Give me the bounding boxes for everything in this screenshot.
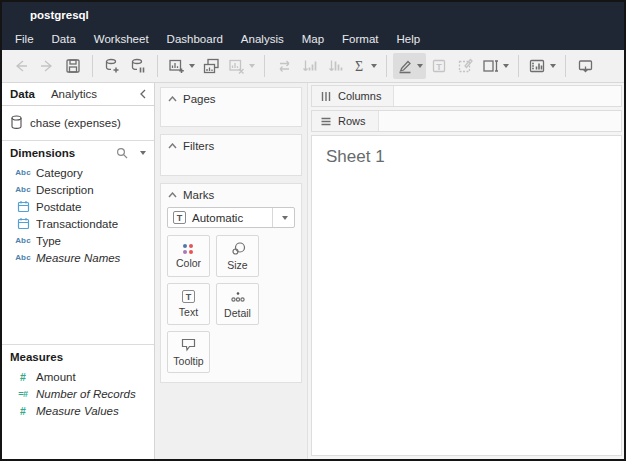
mark-type-dropdown[interactable]: T Automatic — [167, 207, 295, 228]
text-mark-icon: T — [173, 211, 186, 224]
text-button[interactable]: T Text — [167, 283, 210, 325]
collapse-pane-icon[interactable] — [132, 89, 154, 99]
abc-icon: Abc — [10, 253, 36, 262]
toolbar: Σ T — [2, 50, 624, 83]
calendar-icon — [10, 200, 36, 213]
pane-spacer — [2, 266, 154, 344]
collapse-chevron-icon[interactable] — [168, 143, 177, 149]
filters-card[interactable]: Filters — [160, 134, 302, 176]
data-pane-tabs: Data Analytics — [2, 83, 154, 106]
worksheet-area: Columns Rows Sheet 1 — [308, 83, 624, 459]
annotate-icon[interactable] — [452, 53, 478, 79]
color-label: Color — [176, 257, 201, 269]
clear-sheet-icon[interactable] — [224, 53, 258, 79]
show-mark-labels-icon[interactable]: T — [426, 53, 452, 79]
highlight-icon[interactable] — [393, 53, 426, 79]
field-number-of-records[interactable]: =# Number of Records — [2, 385, 154, 402]
rows-shelf[interactable]: Rows — [311, 110, 622, 132]
field-measure-names[interactable]: Abc Measure Names — [2, 249, 154, 266]
menu-file[interactable]: File — [6, 27, 43, 50]
field-measure-values[interactable]: # Measure Values — [2, 402, 154, 419]
menu-worksheet[interactable]: Worksheet — [85, 27, 158, 50]
menu-data[interactable]: Data — [43, 27, 85, 50]
menu-dashboard[interactable]: Dashboard — [158, 27, 232, 50]
tableau-window: postgresql File Data Worksheet Dashboard… — [0, 0, 626, 461]
menu-map[interactable]: Map — [293, 27, 333, 50]
text-mark-icon: T — [182, 290, 195, 303]
toolbar-divider — [518, 55, 519, 77]
swap-rows-columns-icon[interactable] — [271, 53, 297, 79]
duplicate-sheet-icon[interactable] — [198, 53, 224, 79]
tooltip-button[interactable]: Tooltip — [167, 331, 210, 373]
datasource-item[interactable]: chase (expenses) — [2, 106, 154, 140]
toolbar-divider — [157, 55, 158, 77]
marks-card: Marks T Automatic Color — [160, 183, 302, 383]
dimensions-header: Dimensions — [2, 140, 154, 164]
tab-analytics[interactable]: Analytics — [43, 83, 105, 105]
detail-button[interactable]: Detail — [216, 283, 259, 325]
dropdown-caret[interactable] — [272, 208, 294, 227]
field-transactiondate[interactable]: Transactiondate — [2, 215, 154, 232]
toolbar-divider — [92, 55, 93, 77]
new-worksheet-icon[interactable] — [164, 53, 198, 79]
color-button[interactable]: Color — [167, 235, 210, 277]
measures-section: Measures # Amount =# Number of Records #… — [2, 344, 154, 459]
rows-text: Rows — [338, 115, 366, 127]
field-label: Transactiondate — [36, 218, 118, 230]
main-area: Data Analytics chase (expenses) Dimensio… — [2, 83, 624, 459]
filters-card-header: Filters — [161, 135, 301, 157]
field-description[interactable]: Abc Description — [2, 181, 154, 198]
data-pane: Data Analytics chase (expenses) Dimensio… — [2, 83, 155, 459]
field-amount[interactable]: # Amount — [2, 368, 154, 385]
sheet-title: Sheet 1 — [326, 147, 621, 167]
field-type[interactable]: Abc Type — [2, 232, 154, 249]
fit-icon[interactable] — [478, 53, 512, 79]
menu-analysis[interactable]: Analysis — [232, 27, 293, 50]
columns-shelf[interactable]: Columns — [311, 85, 622, 107]
detail-label: Detail — [224, 307, 251, 319]
size-button[interactable]: Size — [216, 235, 259, 277]
caret-down-icon — [417, 64, 423, 68]
new-data-source-icon[interactable] — [99, 53, 125, 79]
collapse-chevron-icon[interactable] — [168, 192, 177, 198]
pause-auto-updates-icon[interactable] — [125, 53, 151, 79]
sort-ascending-icon[interactable] — [297, 53, 323, 79]
abc-icon: Abc — [10, 236, 36, 245]
pages-card-header: Pages — [161, 88, 301, 110]
calculated-number-icon: =# — [10, 389, 36, 399]
svg-text:T: T — [436, 62, 442, 72]
back-icon[interactable] — [8, 53, 34, 79]
color-dots-icon — [183, 244, 194, 254]
sheet-canvas[interactable]: Sheet 1 — [311, 135, 622, 456]
field-label: Measure Values — [36, 405, 119, 417]
field-label: Amount — [36, 371, 76, 383]
database-icon — [10, 115, 23, 130]
presentation-mode-icon[interactable] — [572, 53, 598, 79]
datasource-name: chase (expenses) — [30, 117, 121, 129]
pages-title: Pages — [183, 93, 216, 105]
collapse-chevron-icon[interactable] — [168, 96, 177, 102]
pane-menu-caret-icon[interactable] — [140, 151, 146, 155]
pages-card[interactable]: Pages — [160, 87, 302, 127]
sort-descending-icon[interactable] — [323, 53, 349, 79]
search-icon[interactable] — [116, 147, 128, 159]
menu-bar: File Data Worksheet Dashboard Analysis M… — [2, 27, 624, 50]
field-category[interactable]: Abc Category — [2, 164, 154, 181]
menu-help[interactable]: Help — [387, 27, 429, 50]
field-label: Category — [36, 167, 83, 179]
size-label: Size — [227, 259, 247, 271]
forward-icon[interactable] — [34, 53, 60, 79]
totals-icon[interactable]: Σ — [349, 53, 380, 79]
caret-down-icon — [371, 64, 377, 68]
window-title: postgresql — [30, 9, 89, 21]
caret-down-icon — [249, 64, 255, 68]
field-label: Measure Names — [36, 252, 120, 264]
save-icon[interactable] — [60, 53, 86, 79]
marks-title: Marks — [183, 189, 214, 201]
tab-data[interactable]: Data — [2, 83, 43, 105]
show-me-icon[interactable] — [525, 53, 559, 79]
tooltip-icon — [180, 337, 197, 352]
menu-format[interactable]: Format — [333, 27, 387, 50]
caret-down-icon — [282, 216, 288, 220]
field-postdate[interactable]: Postdate — [2, 198, 154, 215]
